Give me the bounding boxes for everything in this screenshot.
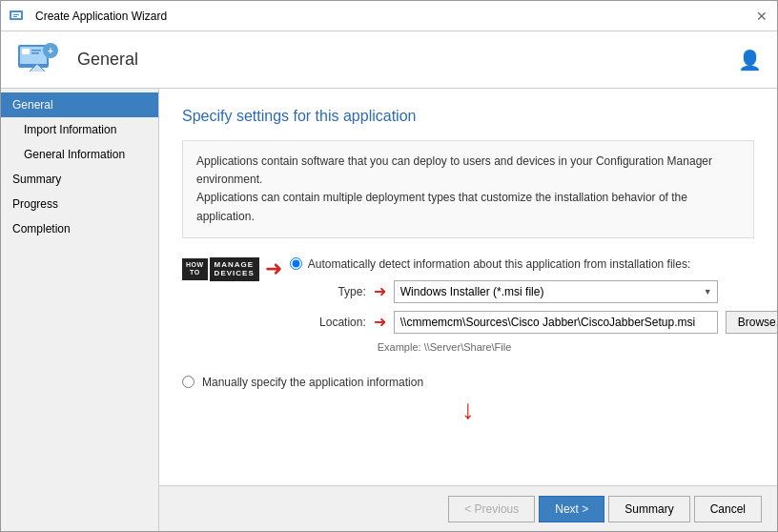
right-arrow-icon: ➜ bbox=[265, 258, 282, 279]
wizard-header: + General 👤 bbox=[1, 31, 777, 89]
type-select-wrapper: Windows Installer (*.msi file) Windows a… bbox=[394, 280, 718, 303]
main-panel: Specify settings for this application Ap… bbox=[159, 89, 777, 531]
title-bar-text: Create Application Wizard bbox=[35, 10, 754, 23]
app-icon bbox=[9, 7, 28, 26]
title-bar: Create Application Wizard ✕ bbox=[1, 1, 777, 31]
location-input[interactable] bbox=[394, 311, 718, 334]
type-arrow-icon: ➜ bbox=[374, 284, 386, 299]
user-icon: 👤 bbox=[738, 49, 762, 72]
sidebar-item-import[interactable]: Import Information bbox=[1, 117, 158, 142]
type-select[interactable]: Windows Installer (*.msi file) Windows a… bbox=[394, 280, 718, 303]
description-text: Applications contain software that you c… bbox=[196, 154, 712, 223]
manual-label: Manually specify the application informa… bbox=[202, 376, 423, 389]
browse-button[interactable]: Browse... bbox=[726, 311, 777, 334]
sidebar-item-general-info[interactable]: General Information bbox=[1, 142, 158, 167]
footer: < Previous Next > Summary Cancel bbox=[159, 485, 777, 531]
main-title: Specify settings for this application bbox=[182, 108, 754, 125]
description-box: Applications contain software that you c… bbox=[182, 140, 754, 238]
location-arrow-icon: ➜ bbox=[374, 315, 386, 330]
down-arrow-icon: ↓ bbox=[461, 397, 475, 423]
type-label: Type: bbox=[290, 285, 366, 298]
auto-detect-label: Automatically detect information about t… bbox=[308, 257, 691, 271]
sidebar-item-general[interactable]: General bbox=[1, 92, 158, 117]
wizard-header-icon: + bbox=[16, 37, 62, 83]
sidebar-item-progress[interactable]: Progress bbox=[1, 192, 158, 216]
svg-rect-8 bbox=[31, 52, 39, 54]
close-button[interactable]: ✕ bbox=[754, 9, 769, 24]
example-text: Example: \\Server\Share\File bbox=[378, 341, 777, 353]
wizard-title: General bbox=[77, 50, 138, 70]
type-field-row: Type: ➜ Windows Installer (*.msi file) W… bbox=[290, 280, 777, 303]
summary-button[interactable]: Summary bbox=[608, 496, 689, 522]
down-arrow-container: ↓ bbox=[182, 397, 754, 423]
svg-rect-6 bbox=[22, 49, 30, 54]
svg-rect-2 bbox=[13, 14, 19, 15]
location-field-row: Location: ➜ Browse... bbox=[290, 311, 777, 334]
svg-rect-3 bbox=[13, 16, 17, 17]
sidebar-item-summary[interactable]: Summary bbox=[1, 167, 158, 192]
location-label: Location: bbox=[290, 316, 366, 329]
svg-text:+: + bbox=[48, 46, 53, 56]
manual-radio[interactable] bbox=[182, 376, 194, 388]
next-button[interactable]: Next > bbox=[539, 496, 604, 522]
sidebar-item-completion[interactable]: Completion bbox=[1, 216, 158, 241]
cancel-button[interactable]: Cancel bbox=[694, 496, 762, 522]
wizard-body: General Import Information General Infor… bbox=[1, 89, 777, 531]
wizard-window: Create Application Wizard ✕ + General 👤 … bbox=[0, 0, 778, 532]
main-content: Specify settings for this application Ap… bbox=[159, 89, 777, 485]
manual-option-row: Manually specify the application informa… bbox=[182, 376, 754, 389]
svg-rect-7 bbox=[31, 50, 41, 51]
sidebar: General Import Information General Infor… bbox=[1, 89, 159, 531]
prev-button[interactable]: < Previous bbox=[448, 496, 535, 522]
auto-detect-radio[interactable] bbox=[290, 257, 302, 270]
